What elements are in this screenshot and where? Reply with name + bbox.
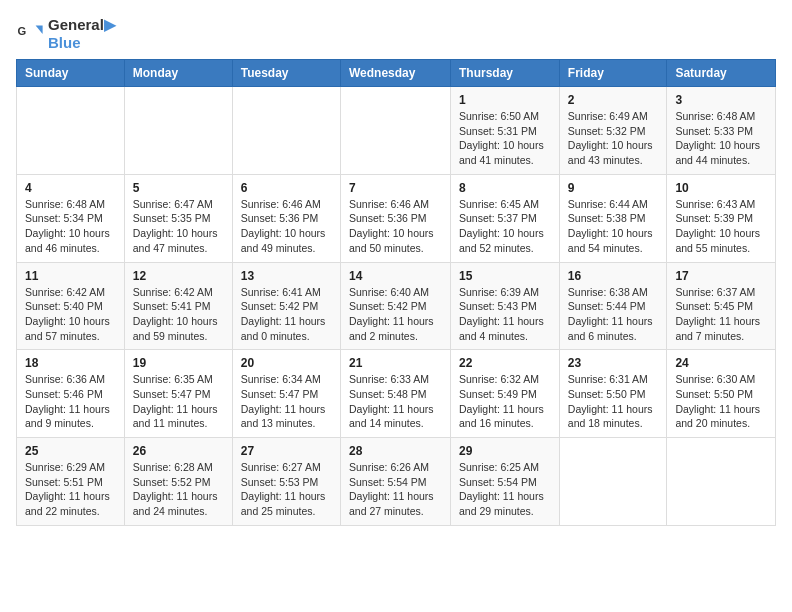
day-number: 4 <box>25 181 116 195</box>
calendar-cell: 3Sunrise: 6:48 AM Sunset: 5:33 PM Daylig… <box>667 87 776 175</box>
day-info: Sunrise: 6:29 AM Sunset: 5:51 PM Dayligh… <box>25 460 116 519</box>
calendar-week-row: 4Sunrise: 6:48 AM Sunset: 5:34 PM Daylig… <box>17 174 776 262</box>
calendar-body: 1Sunrise: 6:50 AM Sunset: 5:31 PM Daylig… <box>17 87 776 526</box>
day-info: Sunrise: 6:32 AM Sunset: 5:49 PM Dayligh… <box>459 372 551 431</box>
weekday-header: Sunday <box>17 60 125 87</box>
day-number: 21 <box>349 356 442 370</box>
day-info: Sunrise: 6:46 AM Sunset: 5:36 PM Dayligh… <box>241 197 332 256</box>
day-info: Sunrise: 6:27 AM Sunset: 5:53 PM Dayligh… <box>241 460 332 519</box>
day-number: 19 <box>133 356 224 370</box>
weekday-header: Thursday <box>451 60 560 87</box>
day-number: 9 <box>568 181 659 195</box>
day-info: Sunrise: 6:35 AM Sunset: 5:47 PM Dayligh… <box>133 372 224 431</box>
day-number: 28 <box>349 444 442 458</box>
day-info: Sunrise: 6:28 AM Sunset: 5:52 PM Dayligh… <box>133 460 224 519</box>
calendar-cell: 8Sunrise: 6:45 AM Sunset: 5:37 PM Daylig… <box>451 174 560 262</box>
day-info: Sunrise: 6:36 AM Sunset: 5:46 PM Dayligh… <box>25 372 116 431</box>
day-number: 29 <box>459 444 551 458</box>
day-number: 26 <box>133 444 224 458</box>
day-info: Sunrise: 6:48 AM Sunset: 5:33 PM Dayligh… <box>675 109 767 168</box>
day-info: Sunrise: 6:47 AM Sunset: 5:35 PM Dayligh… <box>133 197 224 256</box>
calendar-cell: 14Sunrise: 6:40 AM Sunset: 5:42 PM Dayli… <box>340 262 450 350</box>
day-info: Sunrise: 6:44 AM Sunset: 5:38 PM Dayligh… <box>568 197 659 256</box>
calendar-week-row: 11Sunrise: 6:42 AM Sunset: 5:40 PM Dayli… <box>17 262 776 350</box>
day-number: 17 <box>675 269 767 283</box>
day-number: 18 <box>25 356 116 370</box>
day-number: 2 <box>568 93 659 107</box>
day-number: 10 <box>675 181 767 195</box>
weekday-header: Tuesday <box>232 60 340 87</box>
calendar-week-row: 1Sunrise: 6:50 AM Sunset: 5:31 PM Daylig… <box>17 87 776 175</box>
day-info: Sunrise: 6:39 AM Sunset: 5:43 PM Dayligh… <box>459 285 551 344</box>
calendar-cell: 27Sunrise: 6:27 AM Sunset: 5:53 PM Dayli… <box>232 438 340 526</box>
calendar-cell <box>559 438 667 526</box>
day-info: Sunrise: 6:46 AM Sunset: 5:36 PM Dayligh… <box>349 197 442 256</box>
weekday-header-row: SundayMondayTuesdayWednesdayThursdayFrid… <box>17 60 776 87</box>
day-number: 11 <box>25 269 116 283</box>
calendar-cell: 24Sunrise: 6:30 AM Sunset: 5:50 PM Dayli… <box>667 350 776 438</box>
calendar-header: SundayMondayTuesdayWednesdayThursdayFrid… <box>17 60 776 87</box>
calendar-cell: 9Sunrise: 6:44 AM Sunset: 5:38 PM Daylig… <box>559 174 667 262</box>
calendar-cell: 5Sunrise: 6:47 AM Sunset: 5:35 PM Daylig… <box>124 174 232 262</box>
header: G General▶ Blue <box>16 16 776 51</box>
calendar-cell <box>340 87 450 175</box>
calendar-cell: 26Sunrise: 6:28 AM Sunset: 5:52 PM Dayli… <box>124 438 232 526</box>
day-info: Sunrise: 6:33 AM Sunset: 5:48 PM Dayligh… <box>349 372 442 431</box>
day-info: Sunrise: 6:45 AM Sunset: 5:37 PM Dayligh… <box>459 197 551 256</box>
day-number: 5 <box>133 181 224 195</box>
calendar-cell: 20Sunrise: 6:34 AM Sunset: 5:47 PM Dayli… <box>232 350 340 438</box>
day-number: 7 <box>349 181 442 195</box>
calendar-cell <box>124 87 232 175</box>
day-number: 27 <box>241 444 332 458</box>
calendar-cell: 1Sunrise: 6:50 AM Sunset: 5:31 PM Daylig… <box>451 87 560 175</box>
calendar-cell: 17Sunrise: 6:37 AM Sunset: 5:45 PM Dayli… <box>667 262 776 350</box>
day-info: Sunrise: 6:48 AM Sunset: 5:34 PM Dayligh… <box>25 197 116 256</box>
day-number: 23 <box>568 356 659 370</box>
calendar-cell: 21Sunrise: 6:33 AM Sunset: 5:48 PM Dayli… <box>340 350 450 438</box>
day-info: Sunrise: 6:43 AM Sunset: 5:39 PM Dayligh… <box>675 197 767 256</box>
calendar-cell: 15Sunrise: 6:39 AM Sunset: 5:43 PM Dayli… <box>451 262 560 350</box>
day-number: 15 <box>459 269 551 283</box>
day-number: 14 <box>349 269 442 283</box>
calendar-cell: 22Sunrise: 6:32 AM Sunset: 5:49 PM Dayli… <box>451 350 560 438</box>
day-info: Sunrise: 6:38 AM Sunset: 5:44 PM Dayligh… <box>568 285 659 344</box>
svg-marker-1 <box>36 25 43 33</box>
calendar-cell: 18Sunrise: 6:36 AM Sunset: 5:46 PM Dayli… <box>17 350 125 438</box>
day-info: Sunrise: 6:41 AM Sunset: 5:42 PM Dayligh… <box>241 285 332 344</box>
logo-icon: G <box>16 20 44 48</box>
calendar-cell: 12Sunrise: 6:42 AM Sunset: 5:41 PM Dayli… <box>124 262 232 350</box>
calendar-cell <box>667 438 776 526</box>
calendar-cell: 4Sunrise: 6:48 AM Sunset: 5:34 PM Daylig… <box>17 174 125 262</box>
calendar-cell: 10Sunrise: 6:43 AM Sunset: 5:39 PM Dayli… <box>667 174 776 262</box>
calendar-cell: 2Sunrise: 6:49 AM Sunset: 5:32 PM Daylig… <box>559 87 667 175</box>
calendar-cell: 6Sunrise: 6:46 AM Sunset: 5:36 PM Daylig… <box>232 174 340 262</box>
day-info: Sunrise: 6:40 AM Sunset: 5:42 PM Dayligh… <box>349 285 442 344</box>
weekday-header: Monday <box>124 60 232 87</box>
weekday-header: Wednesday <box>340 60 450 87</box>
day-number: 13 <box>241 269 332 283</box>
day-info: Sunrise: 6:42 AM Sunset: 5:41 PM Dayligh… <box>133 285 224 344</box>
day-number: 16 <box>568 269 659 283</box>
day-number: 25 <box>25 444 116 458</box>
day-info: Sunrise: 6:37 AM Sunset: 5:45 PM Dayligh… <box>675 285 767 344</box>
calendar-table: SundayMondayTuesdayWednesdayThursdayFrid… <box>16 59 776 526</box>
day-number: 3 <box>675 93 767 107</box>
day-number: 12 <box>133 269 224 283</box>
calendar-cell: 25Sunrise: 6:29 AM Sunset: 5:51 PM Dayli… <box>17 438 125 526</box>
weekday-header: Saturday <box>667 60 776 87</box>
calendar-week-row: 25Sunrise: 6:29 AM Sunset: 5:51 PM Dayli… <box>17 438 776 526</box>
day-info: Sunrise: 6:50 AM Sunset: 5:31 PM Dayligh… <box>459 109 551 168</box>
day-info: Sunrise: 6:26 AM Sunset: 5:54 PM Dayligh… <box>349 460 442 519</box>
calendar-cell: 23Sunrise: 6:31 AM Sunset: 5:50 PM Dayli… <box>559 350 667 438</box>
day-number: 1 <box>459 93 551 107</box>
svg-text:G: G <box>17 25 26 37</box>
calendar-cell: 19Sunrise: 6:35 AM Sunset: 5:47 PM Dayli… <box>124 350 232 438</box>
day-info: Sunrise: 6:25 AM Sunset: 5:54 PM Dayligh… <box>459 460 551 519</box>
calendar-cell: 16Sunrise: 6:38 AM Sunset: 5:44 PM Dayli… <box>559 262 667 350</box>
day-info: Sunrise: 6:42 AM Sunset: 5:40 PM Dayligh… <box>25 285 116 344</box>
day-number: 24 <box>675 356 767 370</box>
day-info: Sunrise: 6:30 AM Sunset: 5:50 PM Dayligh… <box>675 372 767 431</box>
calendar-cell <box>232 87 340 175</box>
logo-text: General▶ Blue <box>48 16 116 51</box>
calendar-cell: 28Sunrise: 6:26 AM Sunset: 5:54 PM Dayli… <box>340 438 450 526</box>
